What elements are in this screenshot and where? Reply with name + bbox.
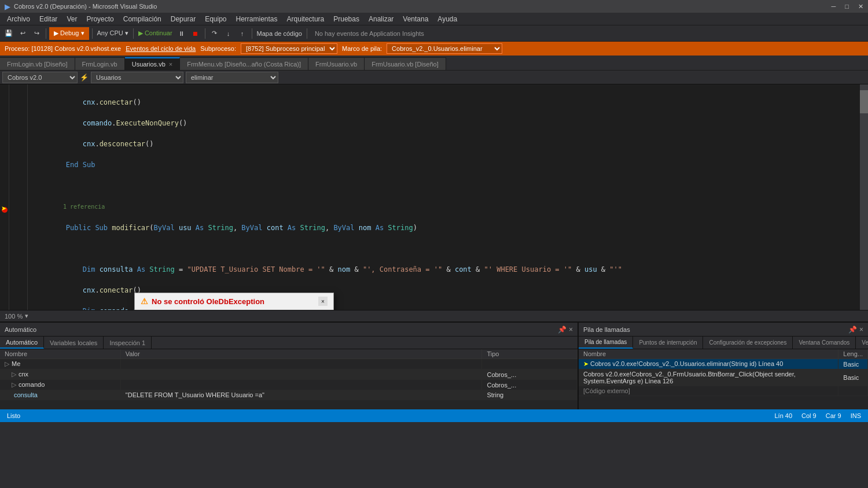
tab-frmusuario-design[interactable]: FrmUsuario.vb [Diseño] — [365, 57, 446, 70]
cell-type: String — [482, 390, 578, 400]
cell-name: consulta — [0, 390, 120, 400]
cell-name: ▷Me — [0, 359, 120, 369]
menu-depurar[interactable]: Depurar — [166, 14, 200, 24]
menu-equipo[interactable]: Equipo — [200, 14, 231, 24]
editor-container: ➤ cnx.conectar() comando.ExecuteNonQuery… — [0, 84, 868, 310]
tab-callstack[interactable]: Pila de llamadas — [579, 337, 633, 349]
col-valor: Valor — [120, 349, 482, 359]
tab-frmlogin[interactable]: FrmLogin.vb — [75, 57, 125, 70]
events-label[interactable]: Eventos del ciclo de vida — [126, 45, 196, 52]
auto-table: Nombre Valor Tipo ▷Me ▷cnx Cobros_... — [0, 349, 578, 400]
cell-type: Cobros_... — [482, 369, 578, 380]
editor-gutter: ➤ — [0, 84, 9, 310]
callstack-table: Nombre Leng... ➤ Cobros v2.0.exe!Cobros_… — [579, 349, 868, 396]
restore-btn[interactable]: □ — [845, 3, 849, 10]
menu-analizar[interactable]: Analizar — [364, 14, 398, 24]
close-btn[interactable]: ✕ — [858, 3, 863, 10]
minimize-btn[interactable]: ─ — [832, 3, 836, 10]
save-btn[interactable]: 💾 — [2, 27, 15, 40]
zoom-level: 100 % — [5, 313, 23, 320]
tab-frmmenu[interactable]: FrmMenu.vb [Diseño...año (Costa Rica)] — [180, 57, 308, 70]
auto-panel-content: Nombre Valor Tipo ▷Me ▷cnx Cobros_... — [0, 349, 578, 409]
auto-panel-tabs: Automático Variables locales Inspección … — [0, 337, 578, 349]
status-right: Lín 40 Col 9 Car 9 INS — [774, 412, 861, 419]
menu-proyecto[interactable]: Proyecto — [82, 14, 118, 24]
dialog-title-bar: ⚠ No se controló OleDbException × — [135, 293, 333, 310]
stack-dropdown[interactable]: Cobros_v2._0.Usuarios.eliminar — [387, 43, 502, 54]
subprocess-dropdown[interactable]: [8752] Subproceso principal — [241, 43, 337, 54]
cell-value — [120, 369, 482, 380]
callstack-cell-name: [Código externo] — [579, 386, 838, 396]
tab-variables-locales[interactable]: Variables locales — [44, 337, 104, 349]
tab-close-icon[interactable]: × — [169, 61, 172, 68]
toolbar: 💾 ↩ ↪ ▶ Debug ▾ Any CPU ▾ ▶ Continuar ⏸ … — [0, 25, 868, 42]
editor-scrollbar[interactable] — [860, 84, 868, 310]
callstack-row: [Código externo] — [579, 386, 868, 396]
tab-frmlogin-design[interactable]: FrmLogin.vb [Diseño] — [0, 57, 75, 70]
tab-breakpoints[interactable]: Puntos de interrupción — [633, 337, 703, 349]
tab-frmusuario[interactable]: FrmUsuario.vb — [308, 57, 365, 70]
auto-panel: Automático 📌 × Automático Variables loca… — [0, 323, 579, 409]
method-dropdown[interactable]: eliminar — [186, 72, 278, 83]
debug-dropdown[interactable]: ▶ Debug ▾ — [49, 27, 89, 40]
class-dropdown[interactable]: Usuarios — [91, 72, 183, 83]
dialog-close-btn[interactable]: × — [318, 297, 328, 306]
col-nombre: Nombre — [0, 349, 120, 359]
callstack-pin-icon[interactable]: 📌 — [848, 326, 857, 334]
code-editor[interactable]: cnx.conectar() comando.ExecuteNonQuery()… — [28, 84, 860, 310]
callstack-row: ➤ Cobros v2.0.exe!Cobros_v2._0.Usuarios.… — [579, 359, 868, 369]
undo-btn[interactable]: ↩ — [16, 27, 29, 40]
step-out-btn[interactable]: ↑ — [236, 27, 249, 40]
table-row: consulta "DELETE FROM T_Usuario WHERE Us… — [0, 390, 578, 400]
menu-archivo[interactable]: Archivo — [2, 14, 35, 24]
tab-inspeccion[interactable]: Inspección 1 — [104, 337, 152, 349]
cell-type: Cobros_... — [482, 380, 578, 390]
cell-type — [482, 359, 578, 369]
tab-usuarios-vb[interactable]: Usuarios.vb× — [125, 57, 181, 70]
tab-exceptions-config[interactable]: Configuración de excepciones — [703, 337, 793, 349]
panel-pin-icon[interactable]: 📌 — [558, 326, 567, 334]
menu-ver[interactable]: Ver — [62, 14, 82, 24]
callstack-panel: Pila de llamadas 📌 × Pila de llamadas Pu… — [579, 323, 868, 409]
tab-immediate[interactable]: Ventana Inmediato — [856, 337, 868, 349]
pause-btn[interactable]: ⏸ — [175, 27, 188, 40]
callstack-cell-name: ➤ Cobros v2.0.exe!Cobros_v2._0.Usuarios.… — [579, 359, 838, 369]
codemap-btn[interactable]: Mapa de código — [255, 27, 304, 40]
continue-btn[interactable]: ▶ Continuar — [137, 27, 174, 40]
table-row: ▷comando Cobros_... — [0, 380, 578, 390]
redo-btn[interactable]: ↪ — [30, 27, 43, 40]
cell-name: ▷comando — [0, 380, 120, 390]
menu-herramientas[interactable]: Herramientas — [231, 14, 282, 24]
status-mode: INS — [851, 412, 861, 419]
menu-ventana[interactable]: Ventana — [398, 14, 433, 24]
step-over-btn[interactable]: ↷ — [208, 27, 221, 40]
callstack-close-icon[interactable]: × — [859, 326, 863, 334]
process-label: Proceso: [10128] Cobros v2.0.vshost.exe — [5, 45, 121, 52]
menu-arquitectura[interactable]: Arquitectura — [282, 14, 329, 24]
menu-pruebas[interactable]: Pruebas — [329, 14, 364, 24]
stop-btn[interactable]: ⏹ — [189, 27, 202, 40]
step-in-btn[interactable]: ↓ — [222, 27, 235, 40]
tab-automatico[interactable]: Automático — [0, 337, 44, 349]
callstack-cell-name: Cobros v2.0.exe!Cobros_v2._0.FrmUsuario.… — [579, 369, 838, 386]
menu-ayuda[interactable]: Ayuda — [433, 14, 462, 24]
code-toolbar: Cobros v2.0 ⚡ Usuarios eliminar — [0, 71, 868, 84]
menu-bar: Archivo Editar Ver Proyecto Compilación … — [0, 13, 868, 25]
cpu-dropdown[interactable]: Any CPU ▾ — [95, 27, 130, 40]
panel-close-icon[interactable]: × — [569, 326, 573, 334]
cell-value — [120, 359, 482, 369]
auto-panel-title: Automático — [5, 326, 36, 333]
col-name: Nombre — [579, 349, 838, 359]
project-dropdown[interactable]: Cobros v2.0 — [2, 72, 78, 83]
menu-editar[interactable]: Editar — [35, 14, 62, 24]
auto-panel-header: Automático 📌 × — [0, 323, 578, 337]
warning-icon: ⚠ — [141, 297, 148, 306]
tabs-bar: FrmLogin.vb [Diseño] FrmLogin.vb Usuario… — [0, 56, 868, 71]
title-text: Cobros v2.0 (Depuración) - Microsoft Vis… — [14, 3, 157, 10]
tab-commands[interactable]: Ventana Comandos — [793, 337, 856, 349]
table-row: ▷cnx Cobros_... — [0, 369, 578, 380]
callstack-cell-lang: Basic — [838, 359, 868, 369]
callstack-header: Pila de llamadas 📌 × — [579, 323, 868, 337]
menu-compilacion[interactable]: Compilación — [119, 14, 166, 24]
table-row: ▷Me — [0, 359, 578, 369]
